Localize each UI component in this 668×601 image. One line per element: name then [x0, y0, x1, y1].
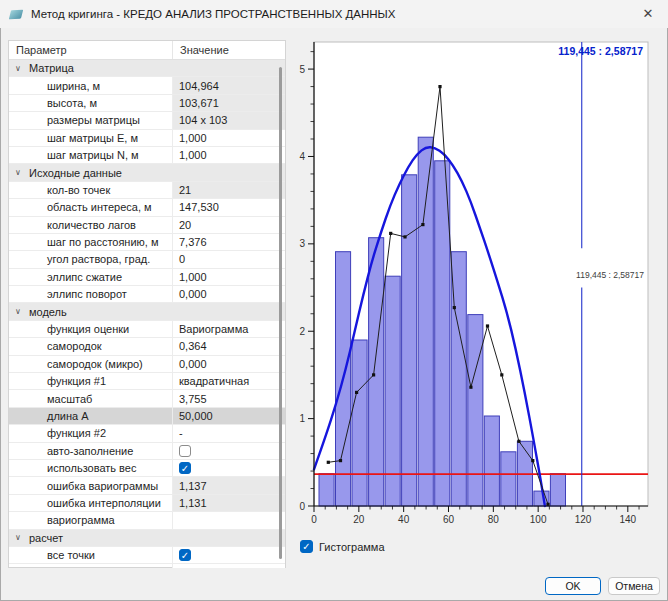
param-row[interactable]: ширина, м104,964 [9, 77, 285, 94]
param-row[interactable]: функция #2- [9, 425, 285, 442]
param-row[interactable]: самородок (микро)0,000 [9, 356, 285, 373]
column-header-parameter: Параметр [9, 41, 173, 59]
ok-button[interactable]: OK [545, 577, 601, 595]
param-label: ширина, м [9, 77, 173, 93]
param-label: высота, м [9, 95, 173, 111]
param-value: 1,131 [173, 495, 285, 511]
param-row[interactable] [9, 564, 285, 568]
param-group-row[interactable]: ∨Матрица [9, 60, 285, 77]
chevron-down-icon[interactable]: ∨ [15, 64, 29, 73]
param-value[interactable]: квадратичная [173, 373, 285, 389]
param-value[interactable]: 0,364 [173, 338, 285, 354]
param-row[interactable]: все точки [9, 547, 285, 564]
kriging-dialog: Метод кригинга - КРЕДО АНАЛИЗ ПРОСТРАНСТ… [0, 0, 668, 601]
param-label: самородок (микро) [9, 356, 173, 372]
param-value[interactable]: 20 [173, 217, 285, 233]
group-label: Матрица [29, 62, 74, 74]
param-checkbox[interactable] [179, 462, 191, 474]
param-row[interactable]: кол-во точек21 [9, 182, 285, 199]
svg-text:20: 20 [353, 514, 365, 525]
param-label: эллипс поворот [9, 286, 173, 302]
parameter-table: Параметр Значение ∨Матрицаширина, м104,9… [8, 40, 286, 568]
param-row[interactable]: эллипс сжатие1,000 [9, 269, 285, 286]
param-row[interactable]: авто-заполнение [9, 443, 285, 460]
param-label: длина A [9, 408, 173, 424]
param-value[interactable]: 3,755 [173, 390, 285, 406]
x-tick-labels: 020406080100120140 [311, 506, 639, 525]
param-row[interactable]: функция #1квадратичная [9, 373, 285, 390]
param-row[interactable]: область интереса, м147,530 [9, 199, 285, 216]
param-row[interactable]: шаг матрицы N, м1,000 [9, 147, 285, 164]
param-label [9, 564, 173, 568]
param-label: использовать вес [9, 460, 173, 476]
param-row[interactable]: масштаб3,755 [9, 390, 285, 407]
param-row[interactable]: длина A50,000 [9, 408, 285, 425]
param-group-row[interactable]: ∨модель [9, 303, 285, 320]
param-row[interactable]: самородок0,364 [9, 338, 285, 355]
param-row[interactable]: угол раствора, град.0 [9, 251, 285, 268]
param-label: функция оценки [9, 321, 173, 337]
group-label: модель [29, 306, 67, 318]
svg-text:4: 4 [299, 151, 305, 162]
param-value: 104,964 [173, 77, 285, 93]
param-label: угол раствора, град. [9, 251, 173, 267]
param-group-row[interactable]: ∨расчет [9, 530, 285, 547]
param-value [173, 443, 285, 459]
svg-text:80: 80 [488, 514, 500, 525]
param-value[interactable] [173, 512, 285, 528]
param-label: шаг по расстоянию, м [9, 234, 173, 250]
param-row[interactable]: ошибка вариограммы1,137 [9, 477, 285, 494]
table-header: Параметр Значение [9, 41, 285, 60]
param-value: 1,137 [173, 477, 285, 493]
y-tick-labels: 012345 [299, 52, 314, 512]
param-label: авто-заполнение [9, 443, 173, 459]
param-label: вариограмма [9, 512, 173, 528]
histogram-checkbox-row: Гистограмма [300, 540, 385, 553]
param-value[interactable]: 0 [173, 251, 285, 267]
param-row[interactable]: шаг матрицы E, м1,000 [9, 130, 285, 147]
histogram-checkbox-label: Гистограмма [319, 541, 385, 553]
variogram-chart[interactable]: 119,445 : 2,58717119,445 : 2,58717020406… [296, 36, 664, 530]
svg-text:0: 0 [311, 514, 317, 525]
close-button[interactable]: ✕ [630, 2, 666, 26]
param-row[interactable]: шаг по расстоянию, м7,376 [9, 234, 285, 251]
group-label: расчет [29, 532, 63, 544]
param-row[interactable]: функция оценкиВариограмма [9, 321, 285, 338]
histogram-checkbox[interactable] [300, 540, 313, 553]
svg-text:100: 100 [530, 514, 547, 525]
param-value[interactable]: Вариограмма [173, 321, 285, 337]
param-row[interactable]: эллипс поворот0,000 [9, 286, 285, 303]
param-row[interactable]: размеры матрицы104 x 103 [9, 112, 285, 129]
param-group-row[interactable]: ∨Исходные данные [9, 164, 285, 181]
svg-text:0: 0 [299, 501, 305, 512]
param-value[interactable]: 0,000 [173, 356, 285, 372]
param-value[interactable]: 1,000 [173, 269, 285, 285]
param-value [173, 460, 285, 476]
param-checkbox[interactable] [179, 549, 191, 561]
param-value[interactable]: 0,000 [173, 286, 285, 302]
svg-text:40: 40 [398, 514, 410, 525]
chevron-down-icon[interactable]: ∨ [15, 168, 29, 177]
cancel-button[interactable]: Отмена [608, 577, 660, 595]
param-value[interactable]: 147,530 [173, 199, 285, 215]
param-label: масштаб [9, 390, 173, 406]
chevron-down-icon[interactable]: ∨ [15, 307, 29, 316]
param-value[interactable]: - [173, 425, 285, 441]
param-row[interactable]: использовать вес [9, 460, 285, 477]
column-header-value: Значение [173, 41, 285, 59]
param-row[interactable]: высота, м103,671 [9, 95, 285, 112]
param-row[interactable]: вариограмма [9, 512, 285, 529]
param-label: эллипс сжатие [9, 269, 173, 285]
param-value[interactable]: 7,376 [173, 234, 285, 250]
chevron-down-icon[interactable]: ∨ [15, 533, 29, 542]
param-row[interactable]: ошибка интерполяции1,131 [9, 495, 285, 512]
param-label: функция #1 [9, 373, 173, 389]
param-value [173, 564, 285, 568]
table-scrollbar[interactable] [279, 67, 282, 559]
param-value[interactable]: 1,000 [173, 147, 285, 163]
param-row[interactable]: количество лагов20 [9, 217, 285, 234]
param-label: самородок [9, 338, 173, 354]
param-label: количество лагов [9, 217, 173, 233]
param-checkbox[interactable] [179, 445, 191, 457]
param-value[interactable]: 1,000 [173, 130, 285, 146]
